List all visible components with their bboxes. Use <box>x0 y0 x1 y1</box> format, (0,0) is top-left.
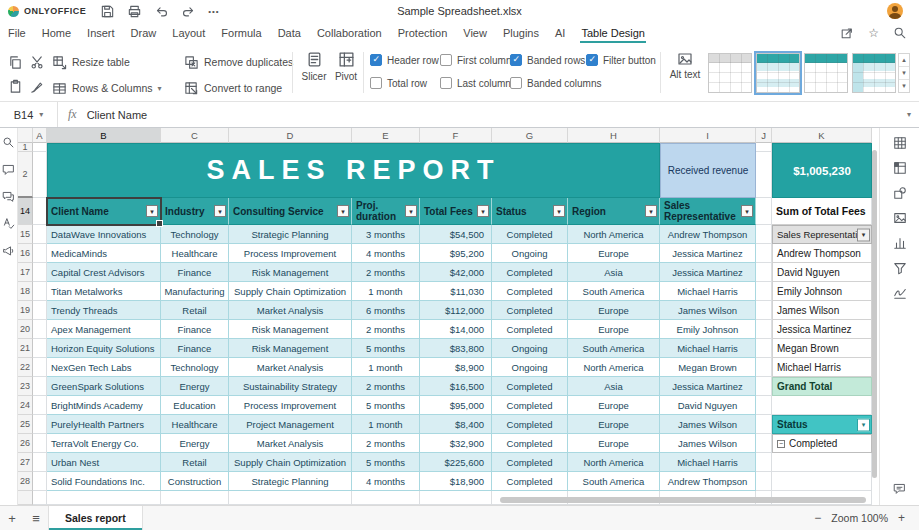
select-all-corner[interactable] <box>18 128 33 143</box>
cell-A16[interactable] <box>33 244 47 263</box>
support-icon[interactable] <box>2 244 15 257</box>
cell-E25[interactable]: 1 month <box>352 415 420 434</box>
cell-J16[interactable] <box>756 244 772 263</box>
cell-C18[interactable]: Manufacturing <box>161 282 229 301</box>
cell-A28[interactable] <box>33 472 47 491</box>
row-header-28[interactable]: 28 <box>18 472 33 491</box>
table-header-proj-duration[interactable]: Proj. duration▾ <box>352 198 420 225</box>
cell-E19[interactable]: 6 months <box>352 301 420 320</box>
column-header-A[interactable]: A <box>33 128 47 143</box>
table-header-consulting-service[interactable]: Consulting Service▾ <box>229 198 352 225</box>
resize-table-button[interactable]: Resize table <box>52 52 162 72</box>
row-header-20[interactable]: 20 <box>18 320 33 339</box>
cell-H20[interactable]: Europe <box>568 320 660 339</box>
cell-C20[interactable]: Finance <box>161 320 229 339</box>
cell-J22[interactable] <box>756 358 772 377</box>
menu-item-plugins[interactable]: Plugins <box>495 22 547 44</box>
cell-B21[interactable]: Horizon Equity Solutions <box>47 339 161 358</box>
table-header-total-fees[interactable]: Total Fees▾ <box>420 198 492 225</box>
cell-E21[interactable]: 5 months <box>352 339 420 358</box>
column-header-G[interactable]: G <box>492 128 568 143</box>
column-header-H[interactable]: H <box>568 128 660 143</box>
row-header-1[interactable]: 1 <box>18 143 33 152</box>
menu-item-table-design[interactable]: Table Design <box>573 22 653 44</box>
filter-button[interactable]: ▾ <box>477 205 489 217</box>
filter-button[interactable]: ▾ <box>741 205 753 217</box>
sheet-list-button[interactable]: ≡ <box>24 506 48 530</box>
cell-J14[interactable] <box>756 198 772 225</box>
cell-C27[interactable]: Retail <box>161 453 229 472</box>
convert-to-range-button[interactable]: Convert to range <box>184 78 293 98</box>
open-file-location-icon[interactable] <box>840 26 854 40</box>
cell-H18[interactable]: South America <box>568 282 660 301</box>
cell-J21[interactable] <box>756 339 772 358</box>
table-header-region[interactable]: Region▾ <box>568 198 660 225</box>
cell-I26[interactable]: James Wilson <box>660 434 756 453</box>
cell-I24[interactable]: David Nguyen <box>660 396 756 415</box>
table-header-client-name[interactable]: Client Name▾ <box>47 198 161 225</box>
cell-B22[interactable]: NexGen Tech Labs <box>47 358 161 377</box>
zoom-in-button[interactable]: + <box>898 511 905 525</box>
cell-E23[interactable]: 2 months <box>352 377 420 396</box>
search-icon[interactable] <box>893 26 907 40</box>
cell-G26[interactable]: Completed <box>492 434 568 453</box>
row-header-27[interactable]: 27 <box>18 453 33 472</box>
cell-J19[interactable] <box>756 301 772 320</box>
cell-D22[interactable]: Market Analysis <box>229 358 352 377</box>
menu-item-draw[interactable]: Draw <box>123 22 165 44</box>
cell-F25[interactable]: $8,400 <box>420 415 492 434</box>
table-header-sales-representative[interactable]: Sales Representative▾ <box>660 198 756 225</box>
menu-item-formula[interactable]: Formula <box>213 22 269 44</box>
cell-C23[interactable]: Energy <box>161 377 229 396</box>
cell-J18[interactable] <box>756 282 772 301</box>
print-icon[interactable] <box>127 4 142 19</box>
cell-D15[interactable]: Strategic Planning <box>229 225 352 244</box>
cell-D19[interactable]: Market Analysis <box>229 301 352 320</box>
menu-item-home[interactable]: Home <box>34 22 79 44</box>
cell-B19[interactable]: Trendy Threads <box>47 301 161 320</box>
menu-item-collaboration[interactable]: Collaboration <box>309 22 390 44</box>
cell-J28[interactable] <box>756 472 772 491</box>
paste-icon[interactable] <box>6 77 24 95</box>
pivot-item[interactable]: Michael Harris <box>772 358 872 377</box>
more-actions-icon[interactable]: ••• <box>208 7 219 16</box>
cell-B24[interactable]: BrightMinds Academy <box>47 396 161 415</box>
slicer-settings-icon[interactable] <box>893 261 907 275</box>
cell-C16[interactable]: Healthcare <box>161 244 229 263</box>
cell-H27[interactable]: North America <box>568 453 660 472</box>
cell-I15[interactable]: Andrew Thompson <box>660 225 756 244</box>
table-template-3[interactable] <box>804 53 848 93</box>
cell-H26[interactable]: Europe <box>568 434 660 453</box>
cell-G17[interactable]: Completed <box>492 263 568 282</box>
cell-C17[interactable]: Finance <box>161 263 229 282</box>
cell-E17[interactable]: 2 months <box>352 263 420 282</box>
cut-icon[interactable] <box>28 53 46 71</box>
cell-E26[interactable]: 2 months <box>352 434 420 453</box>
save-icon[interactable] <box>100 4 115 19</box>
slicer-status-header[interactable]: Status▾ <box>772 415 872 434</box>
pivot-item[interactable]: Jessica Martinez <box>772 320 872 339</box>
cell-F26[interactable]: $32,900 <box>420 434 492 453</box>
column-header-J[interactable]: J <box>756 128 772 143</box>
favorite-star-icon[interactable]: ☆ <box>868 26 879 40</box>
pivot-field-dropdown-icon[interactable]: ▾ <box>857 228 870 241</box>
cell-C26[interactable]: Energy <box>161 434 229 453</box>
cell-B15[interactable]: DataWave Innovations <box>47 225 161 244</box>
received-revenue-value[interactable]: $1,005,230 <box>772 143 872 198</box>
cell-B26[interactable]: TerraVolt Energy Co. <box>47 434 161 453</box>
cell-I20[interactable]: Emily Johnson <box>660 320 756 339</box>
cell-B23[interactable]: GreenSpark Solutions <box>47 377 161 396</box>
cell-G16[interactable]: Ongoing <box>492 244 568 263</box>
checkbox-banded-columns[interactable]: Banded columns <box>510 77 602 89</box>
cell-I19[interactable]: James Wilson <box>660 301 756 320</box>
cell-H24[interactable]: Europe <box>568 396 660 415</box>
zoom-out-button[interactable]: − <box>814 511 821 525</box>
cell-D18[interactable]: Supply Chain Optimization <box>229 282 352 301</box>
cell-A-partial[interactable] <box>33 491 47 505</box>
cell-D28[interactable]: Strategic Planning <box>229 472 352 491</box>
row-header-16[interactable]: 16 <box>18 244 33 263</box>
cell-D25[interactable]: Project Management <box>229 415 352 434</box>
cell-A1[interactable] <box>33 143 47 152</box>
filter-button[interactable]: ▾ <box>146 205 158 217</box>
cell-A19[interactable] <box>33 301 47 320</box>
